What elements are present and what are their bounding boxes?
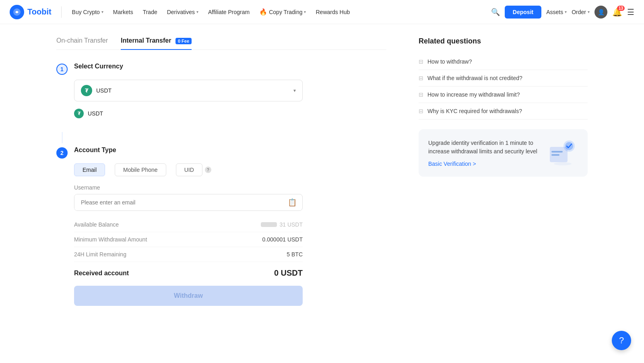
deposit-button[interactable]: Deposit (505, 6, 541, 19)
step-2-header: 2 Account Type (56, 146, 386, 159)
tab-on-chain-label: On-chain Transfer (56, 37, 108, 44)
faq-text-2: What if the withdrawal is not credited? (427, 75, 522, 81)
upgrade-link[interactable]: Basic Verification > (428, 161, 539, 167)
chevron-down-icon: ▾ (565, 10, 567, 14)
contact-book-icon[interactable]: 📋 (282, 198, 302, 207)
nav-item-buy-crypto[interactable]: Buy Crypto ▾ (68, 6, 107, 18)
nav-item-rewards[interactable]: Rewards Hub (312, 6, 354, 18)
nav-item-derivatives[interactable]: Derivatives ▾ (163, 6, 202, 18)
faq-icon-1: ⊟ (419, 58, 423, 65)
step-2-body: Email Mobile Phone UID ? Username (74, 163, 386, 306)
tab-internal-transfer[interactable]: Internal Transfer 0 Fee (121, 37, 192, 50)
upgrade-image (546, 139, 578, 167)
faq-icon-3: ⊟ (419, 91, 423, 98)
selected-currency: USDT (96, 87, 111, 94)
step-1-title: Select Currency (74, 63, 123, 70)
min-withdrawal-label: Minimum Withdrawal Amount (74, 236, 147, 243)
balance-label: Available Balance (74, 221, 119, 228)
nav-item-trade[interactable]: Trade (139, 6, 161, 18)
limit-row: 24H Limit Remaining 5 BTC (74, 247, 303, 262)
info-rows: Available Balance 31 USDT Minimum Withdr… (74, 217, 386, 262)
faq-item-3[interactable]: ⊟ How to increase my withdrawal limit? (419, 87, 588, 103)
step-connector (62, 132, 62, 143)
step-2-number: 2 (56, 147, 68, 159)
balance-value: 31 USDT (261, 221, 303, 228)
nav-copy-trading-label: Copy Trading (269, 9, 302, 15)
select-box-left: ₮ USDT (81, 85, 111, 96)
nav-derivatives-label: Derivatives (167, 9, 195, 15)
step-2-section: 2 Account Type Email Mobile Phone UID (56, 146, 386, 306)
chevron-down-icon: ▾ (588, 10, 590, 14)
min-withdrawal-row: Minimum Withdrawal Amount 0.000001 USDT (74, 232, 303, 247)
faq-item-1[interactable]: ⊟ How to withdraw? (419, 54, 588, 70)
chevron-down-icon: ▾ (304, 10, 306, 14)
assets-label: Assets (546, 9, 563, 15)
username-input[interactable] (74, 194, 282, 210)
upgrade-box: Upgrade identity verification in 1 minut… (419, 129, 588, 177)
chevron-down-icon: ▾ (196, 10, 198, 14)
nav-rewards-label: Rewards Hub (316, 9, 350, 15)
nav-buy-crypto-label: Buy Crypto (72, 9, 100, 15)
nav-markets-label: Markets (113, 9, 133, 15)
currency-select-wrapper: ₮ USDT ▾ ₮ USDT (74, 80, 303, 124)
step-2-title: Account Type (74, 146, 116, 154)
nav-assets[interactable]: Assets ▾ (546, 9, 567, 15)
dropdown-option: ₮ USDT (74, 101, 303, 124)
tab-on-chain[interactable]: On-chain Transfer (56, 37, 108, 50)
username-label: Username (74, 184, 386, 191)
nav-item-affiliate[interactable]: Affiliate Program (204, 6, 254, 18)
faq-text-4: Why is KYC required for withdrawals? (427, 108, 522, 114)
usdt-sm-icon: ₮ (74, 109, 84, 118)
navbar: Toobit Buy Crypto ▾ Markets Trade Deriva… (0, 0, 644, 24)
nav-item-markets[interactable]: Markets (109, 6, 137, 18)
logo-icon (10, 5, 24, 19)
nav-trade-label: Trade (143, 9, 157, 15)
faq-text-1: How to withdraw? (427, 58, 472, 65)
search-icon[interactable]: 🔍 (491, 8, 500, 16)
step-1-number: 1 (56, 64, 68, 75)
tab-badge: 0 Fee (175, 38, 192, 44)
faq-icon-4: ⊟ (419, 108, 423, 114)
faq-text-3: How to increase my withdrawal limit? (427, 91, 520, 98)
usdt-icon: ₮ (81, 85, 92, 96)
svg-point-6 (554, 162, 572, 165)
upgrade-desc: Upgrade identity verification in 1 minut… (428, 139, 539, 156)
received-row: Received account 0 USDT (74, 262, 303, 284)
account-type-mobile[interactable]: Mobile Phone (115, 163, 166, 176)
logo[interactable]: Toobit (10, 5, 52, 19)
account-type-uid[interactable]: UID (176, 163, 202, 176)
faq-item-2[interactable]: ⊟ What if the withdrawal is not credited… (419, 70, 588, 87)
right-section: Related questions ⊟ How to withdraw? ⊟ W… (419, 37, 588, 316)
dropdown-item-usdt[interactable]: ₮ USDT (74, 105, 303, 122)
notification-bell[interactable]: 🔔 13 (612, 7, 622, 17)
account-type-uid-row: UID ? (176, 163, 211, 176)
balance-row: Available Balance 31 USDT (74, 217, 303, 232)
limit-label: 24H Limit Remaining (74, 251, 126, 258)
fire-icon: 🔥 (259, 8, 267, 16)
tabs: On-chain Transfer Internal Transfer 0 Fe… (56, 37, 386, 50)
page-content: On-chain Transfer Internal Transfer 0 Fe… (40, 24, 604, 328)
withdraw-button[interactable]: Withdraw (74, 286, 303, 306)
account-type-email[interactable]: Email (74, 163, 105, 176)
upgrade-text: Upgrade identity verification in 1 minut… (428, 139, 539, 167)
faq-icon-2: ⊟ (419, 75, 423, 81)
nav-items: Buy Crypto ▾ Markets Trade Derivatives ▾… (68, 6, 488, 18)
avatar[interactable]: 👤 (594, 6, 607, 19)
hamburger-icon[interactable]: ☰ (627, 7, 634, 17)
uid-help-icon[interactable]: ? (205, 167, 211, 173)
blur-bar (261, 222, 277, 227)
nav-item-copy-trading[interactable]: 🔥 Copy Trading ▾ (255, 6, 310, 18)
account-type-row: Email Mobile Phone UID ? (74, 163, 386, 176)
chevron-down-icon: ▾ (101, 10, 103, 14)
nav-right: 🔍 Deposit Assets ▾ Order ▾ 👤 🔔 13 ☰ (491, 6, 634, 19)
currency-select[interactable]: ₮ USDT ▾ (74, 80, 303, 101)
svg-rect-3 (551, 154, 559, 156)
received-label: Received account (74, 270, 129, 277)
nav-order[interactable]: Order ▾ (572, 9, 590, 15)
faq-item-4[interactable]: ⊟ Why is KYC required for withdrawals? (419, 103, 588, 120)
svg-rect-2 (551, 151, 563, 153)
step-1-header: 1 Select Currency (56, 63, 386, 75)
received-value: 0 USDT (274, 268, 303, 278)
nav-affiliate-label: Affiliate Program (208, 9, 250, 15)
nav-divider (61, 6, 62, 18)
